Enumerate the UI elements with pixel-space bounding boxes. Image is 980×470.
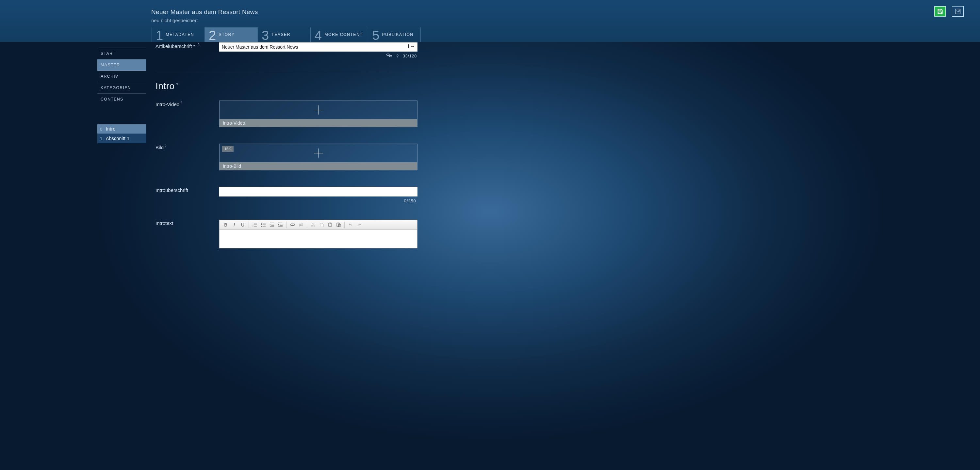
header-band: Neuer Master aus dem Ressort News neu ni… [0, 0, 980, 42]
sidebar-item-kategorien[interactable]: KATEGORIEN [97, 82, 146, 94]
tab-publikation[interactable]: 5 PUBLIKATION [368, 27, 421, 42]
sidebar-item-contens[interactable]: CONTENS [97, 94, 146, 105]
intro-text-editor: B I U 123 [219, 220, 417, 248]
tab-teaser[interactable]: 3 TEASER [258, 27, 310, 42]
intro-video-label: Intro-Video? [156, 100, 219, 107]
plus-icon [314, 149, 323, 158]
outdent-button[interactable] [267, 221, 276, 229]
svg-text:3: 3 [253, 225, 253, 227]
undo-button[interactable] [346, 221, 355, 229]
aspect-ratio-badge: 16:9 [222, 146, 234, 152]
help-icon[interactable]: ? [396, 54, 399, 59]
ordered-list-button[interactable]: 123 [251, 221, 259, 229]
section-nav: 0 Intro 1 Abschnitt 1 [97, 124, 146, 143]
help-icon[interactable]: ? [197, 43, 200, 47]
intro-video-dropzone[interactable]: Intro-Video [219, 100, 417, 127]
header-toolbar: W [934, 6, 964, 17]
italic-button[interactable]: I [230, 221, 239, 229]
tab-metadaten[interactable]: 1 METADATEN [151, 27, 205, 42]
link-icon[interactable] [387, 54, 392, 59]
section-item-abschnitt-1[interactable]: 1 Abschnitt 1 [97, 134, 146, 143]
page-subtitle: neu nicht gespeichert [151, 16, 980, 23]
intro-heading-input[interactable] [219, 187, 417, 197]
intro-text-area[interactable] [220, 230, 417, 248]
rte-toolbar: B I U 123 [220, 220, 417, 230]
svg-point-10 [261, 226, 262, 227]
intro-image-label: Bild? [156, 144, 219, 150]
step-tabs: 1 METADATEN 2 STORY 3 TEASER 4 MORE CONT… [151, 27, 421, 42]
help-icon[interactable]: ? [179, 101, 182, 105]
svg-rect-15 [321, 224, 323, 227]
word-export-button[interactable]: W [952, 6, 964, 17]
svg-line-11 [299, 223, 302, 227]
underline-button[interactable]: U [239, 221, 247, 229]
word-icon: W [955, 8, 961, 15]
main-form: Artikelüberschrift * ? → ? 33/120 [151, 42, 422, 268]
intro-heading-counter: 0/250 [219, 197, 417, 203]
intro-image-dropzone[interactable]: 16:9 Intro-Bild [219, 144, 417, 170]
svg-rect-19 [337, 222, 339, 224]
divider [156, 71, 417, 71]
svg-point-9 [261, 224, 262, 225]
intro-text-label: Introtext [156, 220, 219, 226]
tab-more-content[interactable]: 4 MORE CONTENT [310, 27, 368, 42]
copy-button[interactable] [317, 221, 326, 229]
page-title: Neuer Master aus dem Ressort News [151, 0, 980, 16]
section-item-intro[interactable]: 0 Intro [97, 124, 146, 134]
help-icon[interactable]: ? [175, 82, 178, 87]
unordered-list-button[interactable] [259, 221, 267, 229]
save-button[interactable] [934, 6, 946, 17]
remove-link-button[interactable] [297, 221, 305, 229]
intro-image-caption: Intro-Bild [220, 162, 417, 170]
svg-rect-17 [329, 222, 331, 224]
paste-plain-button[interactable] [334, 221, 343, 229]
cut-button[interactable] [309, 221, 317, 229]
intro-video-caption: Intro-Video [220, 119, 417, 127]
intro-section-title: Intro? [156, 81, 417, 91]
sidebar-item-archiv[interactable]: ARCHIV [97, 71, 146, 82]
headline-counter: 33/120 [403, 54, 417, 59]
bold-button[interactable]: B [221, 221, 230, 229]
svg-point-8 [261, 223, 262, 224]
insert-link-button[interactable] [288, 221, 297, 229]
redo-button[interactable] [355, 221, 363, 229]
save-icon [937, 8, 943, 15]
headline-input[interactable] [219, 43, 417, 52]
help-icon[interactable]: ? [164, 144, 167, 148]
headline-label: Artikelüberschrift * ? [156, 43, 219, 49]
intro-heading-label: Introüberschrift [156, 187, 219, 193]
sidebar: START MASTER ARCHIV KATEGORIEN CONTENS 0… [97, 42, 146, 143]
sidebar-item-start[interactable]: START [97, 48, 146, 59]
sidebar-item-master[interactable]: MASTER [97, 59, 146, 71]
indent-button[interactable] [276, 221, 285, 229]
tab-story[interactable]: 2 STORY [205, 27, 258, 42]
plus-icon [314, 105, 323, 114]
paste-button[interactable] [326, 221, 334, 229]
